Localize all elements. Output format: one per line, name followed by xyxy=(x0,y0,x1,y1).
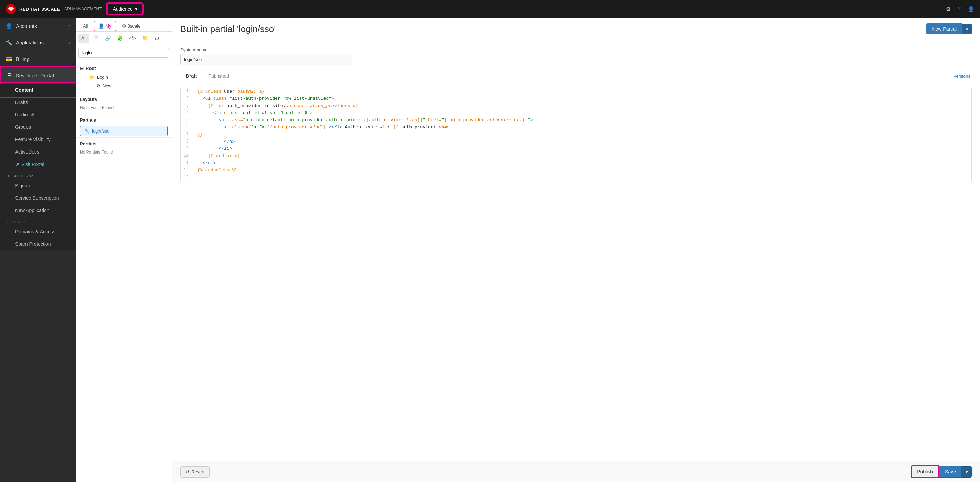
main-header: Built-in partial 'login/sso' New Partial… xyxy=(172,18,980,40)
sidebar-sub-item-groups[interactable]: Groups xyxy=(0,121,76,133)
line-number-6: 6 xyxy=(181,124,193,131)
icon-tab-code[interactable]: </> xyxy=(126,34,139,43)
code-line-5: 5 <a class="btn btn-default auth-provide… xyxy=(181,117,971,124)
icon-tab-folder[interactable]: 📁 xyxy=(139,34,151,43)
billing-label: Billing xyxy=(16,56,30,62)
user-icon[interactable]: 👤 xyxy=(967,6,975,13)
tree-root[interactable]: ⊟ Root xyxy=(76,64,172,73)
sidebar-sub-item-drafts[interactable]: Drafts xyxy=(0,96,76,109)
feature-visibility-label: Feature Visibility xyxy=(15,137,50,142)
service-subscription-label: Service Subscription xyxy=(15,195,59,201)
developer-portal-label: Developer Portal xyxy=(16,73,54,78)
my-filter-label: My xyxy=(105,23,111,29)
sidebar-sub-item-signup[interactable]: Signup xyxy=(0,179,76,192)
spam-protection-label: Spam Protection xyxy=(15,241,51,247)
redirects-label: Redirects xyxy=(15,112,35,117)
code-text-9: </li> xyxy=(197,145,232,153)
filter-tab-3scale[interactable]: ⚙ 3scale xyxy=(118,21,145,31)
partial-item-login-sso[interactable]: 🔧 login/sso xyxy=(80,126,167,136)
gear-icon: ⚙ xyxy=(96,83,100,88)
visit-portal-link[interactable]: ↗ Visit Portal xyxy=(0,158,76,171)
code-text-1: {% unless user.oauth2? %} xyxy=(197,88,264,95)
code-line-11: 11 </ul> xyxy=(181,160,971,167)
line-number-8: 8 xyxy=(181,139,193,146)
code-line-3: 3 {% for auth_provider in site.authentic… xyxy=(181,102,971,110)
sidebar-item-accounts[interactable]: 👤 Accounts › xyxy=(0,18,76,34)
icon-tab-puzzle[interactable]: 🧩 xyxy=(114,34,126,43)
brand-text: RED HAT 3SCALE xyxy=(19,6,60,12)
code-text-11: </ul> xyxy=(197,160,216,167)
code-line-9: 9 </li> xyxy=(181,145,971,153)
footer-right-buttons: Publish Save ▾ xyxy=(911,466,972,478)
main-content: Built-in partial 'login/sso' New Partial… xyxy=(172,18,980,482)
tree-item-new[interactable]: ⚙ New xyxy=(76,81,172,90)
sidebar-sub-item-domains-access[interactable]: Domains & Access xyxy=(0,225,76,238)
revert-button[interactable]: ↺ Revert xyxy=(180,466,210,477)
line-number-10: 10 xyxy=(181,153,193,160)
settings-section-label: Settings xyxy=(0,217,76,225)
developer-portal-icon: 🖥 xyxy=(6,72,12,78)
icon-tab-page[interactable]: 📄 xyxy=(90,34,102,43)
tab-published[interactable]: Published xyxy=(203,70,235,82)
sidebar-sub-item-spam-protection[interactable]: Spam Protection xyxy=(0,238,76,250)
icon-tab-all[interactable]: All xyxy=(78,34,89,43)
tabs-left: Draft Published xyxy=(180,70,235,81)
icon-tab-tag[interactable]: 🏷 xyxy=(151,34,162,43)
new-partial-button[interactable]: New Partial xyxy=(926,23,962,34)
filter-tab-my[interactable]: 👤 My xyxy=(94,21,116,31)
audience-label: Audience xyxy=(113,6,132,12)
partial-icon: 🔧 xyxy=(84,128,90,134)
line-number-13: 13 xyxy=(181,174,193,182)
line-number-7: 7 xyxy=(181,131,193,139)
top-navigation: RED HAT 3SCALE API MANAGEMENT Audience ▾… xyxy=(0,0,980,18)
layouts-section-title: Layouts xyxy=(76,93,172,104)
icon-tab-link[interactable]: 🔗 xyxy=(102,34,113,43)
filter-tab-all[interactable]: All xyxy=(78,21,92,31)
revert-label: Revert xyxy=(191,469,204,474)
filter-tabs: All 👤 My ⚙ 3scale xyxy=(76,18,172,32)
code-line-2: 2 <ul class="list-auth-provider row list… xyxy=(181,95,971,102)
line-number-4: 4 xyxy=(181,110,193,117)
sidebar-sub-menu: Content Drafts Redirects Groups Feature … xyxy=(0,84,76,250)
sidebar-sub-item-service-subscription[interactable]: Service Subscription xyxy=(0,192,76,204)
code-text-5: <a class="btn btn-default auth-provider … xyxy=(197,117,533,124)
applications-chevron-icon: › xyxy=(69,40,70,45)
tree-item-login[interactable]: 📁 Login xyxy=(76,73,172,81)
content-label: Content xyxy=(15,87,33,93)
signup-label: Signup xyxy=(15,183,30,188)
sidebar-sub-item-feature-visibility[interactable]: Feature Visibility xyxy=(0,133,76,146)
new-partial-dropdown-button[interactable]: ▾ xyxy=(962,24,972,34)
sidebar-item-billing[interactable]: 💳 Billing › xyxy=(0,51,76,67)
footer-bar: ↺ Revert Publish Save ▾ xyxy=(172,461,980,482)
billing-icon: 💳 xyxy=(5,56,13,62)
system-name-input[interactable] xyxy=(180,54,352,65)
sidebar-item-developer-portal[interactable]: 🖥 Developer Portal › xyxy=(0,67,76,84)
help-icon[interactable]: ? xyxy=(958,6,961,12)
sidebar-item-applications[interactable]: 🔧 Applications › xyxy=(0,34,76,51)
groups-label: Groups xyxy=(15,124,31,130)
audience-button[interactable]: Audience ▾ xyxy=(107,3,142,14)
gear-icon[interactable]: ⚙ xyxy=(946,6,951,13)
save-button[interactable]: Save xyxy=(939,466,962,477)
subtitle-text: API MANAGEMENT xyxy=(64,6,102,11)
code-text-2: <ul class="list-auth-provider row list-u… xyxy=(197,95,334,102)
layouts-empty-label: No Layouts Found xyxy=(76,104,172,113)
publish-button[interactable]: Publish xyxy=(911,466,939,478)
sidebar-sub-item-activedocs[interactable]: ActiveDocs xyxy=(0,146,76,158)
topnav-icons: ⚙ ? 👤 xyxy=(946,6,975,13)
activedocs-label: ActiveDocs xyxy=(15,149,39,155)
code-editor[interactable]: 1 {% unless user.oauth2? %} 2 <ul class=… xyxy=(180,88,972,182)
tab-draft[interactable]: Draft xyxy=(180,70,203,82)
tabs-bar: Draft Published Versions xyxy=(180,70,972,82)
code-line-8: 8 </a> xyxy=(181,139,971,146)
partial-label: login/sso xyxy=(92,128,110,134)
sidebar-sub-item-content[interactable]: Content xyxy=(0,84,76,96)
system-name-group: System name xyxy=(180,47,972,65)
search-input[interactable] xyxy=(78,48,169,58)
sidebar-sub-item-new-application[interactable]: New Application xyxy=(0,204,76,217)
versions-link[interactable]: Versions xyxy=(953,74,972,79)
save-dropdown-button[interactable]: ▾ xyxy=(962,466,972,477)
person-icon: 👤 xyxy=(99,23,104,29)
dropdown-arrow-icon: ▾ xyxy=(966,27,968,32)
sidebar-sub-item-redirects[interactable]: Redirects xyxy=(0,109,76,121)
